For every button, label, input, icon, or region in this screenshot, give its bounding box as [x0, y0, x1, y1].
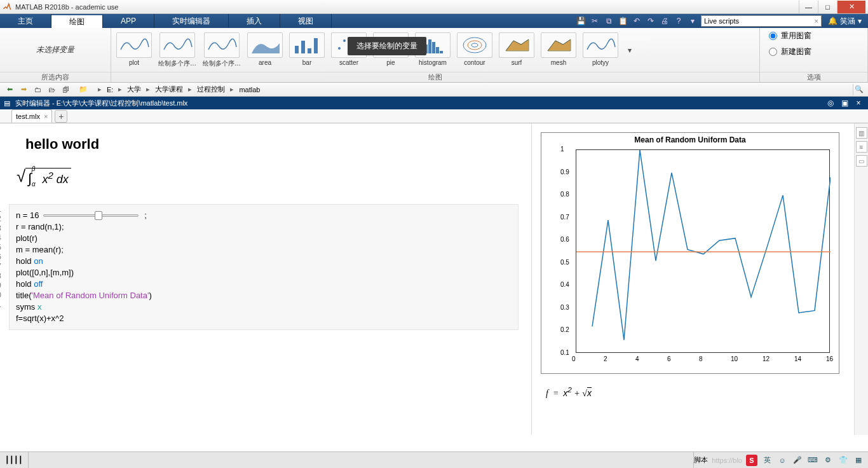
toolstrip: 未选择变量 所选内容 plot绘制多个序…绘制多个序…areabarscatte… — [0, 28, 868, 83]
crumb-3[interactable]: 过程控制 — [196, 85, 226, 94]
dock-close-icon[interactable]: × — [853, 97, 864, 109]
options-group: 重用图窗 新建图窗 选项 — [760, 28, 868, 82]
dropdown-icon[interactable]: ▾ — [687, 15, 698, 27]
user-menu[interactable]: 🔔 笑涵 ▾ — [824, 16, 865, 27]
status-smiley-icon[interactable]: ☺ — [776, 455, 788, 466]
plot-thumb-3[interactable]: area — [247, 32, 283, 66]
nav-recent-icon[interactable]: 🗐 — [60, 84, 71, 95]
svg-point-6 — [348, 45, 351, 47]
editor-body: hello world ∫αβ x2 dx √ 1234567891011 n … — [0, 123, 868, 435]
nav-forward-button[interactable]: ➡ — [18, 84, 29, 95]
tab-insert[interactable]: 插入 — [229, 14, 280, 28]
crumb-2[interactable]: 大学课程 — [154, 85, 184, 94]
busy-indicator: ┃┃┃┃ — [0, 452, 29, 468]
plot-thumb-9[interactable]: surf — [499, 32, 534, 66]
plot-thumb-5[interactable]: scatter — [331, 32, 367, 66]
nav-back-button[interactable]: ⬅ — [4, 84, 15, 95]
svg-rect-0 — [295, 46, 299, 53]
plot-thumb-1[interactable]: 绘制多个序… — [158, 32, 196, 68]
plot-thumb-4[interactable]: bar — [289, 32, 325, 66]
svg-rect-10 — [421, 50, 424, 53]
status-script-label: 脚本 — [694, 455, 708, 465]
copy-icon[interactable]: ⧉ — [603, 15, 614, 27]
new-figure-label: 新建图窗 — [781, 46, 811, 57]
redo-icon[interactable]: ↷ — [645, 15, 656, 27]
status-keyboard-icon[interactable]: ⌨ — [807, 455, 818, 466]
plot-thumb-2[interactable]: 绘制多个序… — [203, 32, 241, 68]
new-figure-radio[interactable]: 新建图窗 — [769, 46, 811, 57]
print-icon[interactable]: 🖨 — [659, 15, 670, 27]
plot-thumb-8[interactable]: contour — [457, 32, 492, 66]
tab-home[interactable]: 主页 — [0, 14, 51, 28]
save-icon[interactable]: 💾 — [575, 15, 587, 27]
nav-browse-icon[interactable]: 🗁 — [46, 84, 57, 95]
dock-layout-icon[interactable]: ▣ — [839, 97, 850, 109]
titlebar: MATLAB R2018b - academic use — □ ✕ — [0, 0, 868, 14]
code-l10a: syms — [16, 302, 37, 312]
plot-thumb-0[interactable]: plot — [116, 32, 152, 66]
view-output-inline-icon[interactable]: ≡ — [856, 141, 867, 153]
doc-search-text: Live scripts — [704, 17, 739, 25]
crumb-1[interactable]: 大学 — [126, 85, 142, 94]
cut-icon[interactable]: ✂ — [589, 15, 600, 27]
doc-search-box[interactable]: Live scripts × — [701, 15, 822, 27]
window-title: MATLAB R2018b - academic use — [15, 3, 118, 11]
tab-plots[interactable]: 绘图 — [51, 14, 103, 28]
maximize-button[interactable]: □ — [818, 1, 837, 13]
close-button[interactable]: ✕ — [837, 1, 865, 13]
view-output-hide-icon[interactable]: ▭ — [856, 155, 867, 167]
watermark-text: https://blo — [712, 457, 742, 464]
new-file-tab-button[interactable]: + — [55, 110, 67, 123]
output-figure[interactable]: Mean of Random Uniform Data 024681012141… — [541, 132, 839, 374]
file-tab-close-icon[interactable]: × — [44, 113, 48, 120]
status-gear-icon[interactable]: ⚙ — [822, 455, 834, 466]
plot-thumb-11[interactable]: plotyy — [583, 32, 618, 66]
nav-up-icon[interactable]: 🗀 — [32, 84, 43, 95]
paste-icon[interactable]: 📋 — [617, 15, 628, 27]
undo-icon[interactable]: ↶ — [631, 15, 642, 27]
help-icon[interactable]: ? — [673, 15, 684, 27]
code-block[interactable]: n = 16 ; r = rand(n,1); plot(r) m = mean… — [9, 204, 519, 330]
plot-thumb-6[interactable]: pie — [373, 32, 409, 66]
equation-display[interactable]: ∫αβ x2 dx √ — [25, 168, 519, 189]
code-l9c: ) — [149, 291, 151, 300]
svg-point-8 — [357, 48, 360, 51]
folder-icon[interactable]: 📁 — [78, 84, 89, 95]
main-toolstrip-tabs: 主页 绘图 APP 实时编辑器 插入 视图 💾 ✂ ⧉ 📋 ↶ ↷ 🖨 ? ▾ … — [0, 14, 868, 28]
code-l1c: ; — [142, 210, 147, 220]
status-grid-icon[interactable]: ▦ — [853, 455, 864, 466]
svg-rect-13 — [432, 42, 435, 53]
tab-live-editor[interactable]: 实时编辑器 — [154, 14, 229, 28]
tab-view[interactable]: 视图 — [280, 14, 332, 28]
plot-thumb-7[interactable]: histogram — [415, 32, 451, 66]
reuse-figure-radio[interactable]: 重用图窗 — [769, 31, 811, 41]
crumb-4[interactable]: matlab — [238, 86, 261, 93]
code-l7: plot([0,n],[m,m]) — [16, 267, 512, 279]
gallery-expand-button[interactable]: ▾ — [625, 46, 635, 55]
status-shirt-icon[interactable]: 👕 — [837, 455, 849, 466]
svg-rect-2 — [308, 48, 311, 53]
heading[interactable]: hello world — [25, 136, 519, 153]
n-slider[interactable] — [43, 214, 139, 217]
code-l6b: on — [34, 256, 43, 266]
no-variable-selected-label: 未选择变量 — [0, 28, 111, 72]
code-pane[interactable]: hello world ∫αβ x2 dx √ 1234567891011 n … — [0, 123, 531, 435]
reuse-figure-label: 重用图窗 — [781, 31, 811, 41]
status-mic-icon[interactable]: 🎤 — [792, 455, 803, 466]
file-tab-test[interactable]: test.mlx × — [11, 109, 52, 123]
dock-target-icon[interactable]: ◎ — [825, 97, 836, 109]
minimize-button[interactable]: — — [799, 1, 818, 13]
view-output-right-icon[interactable]: ▥ — [856, 127, 867, 139]
address-search-icon[interactable]: 🔍 — [853, 84, 864, 95]
code-l9a: title( — [16, 291, 32, 300]
svg-point-7 — [353, 38, 356, 41]
code-l11: f=sqrt(x)+x^2 — [16, 313, 512, 324]
tab-apps[interactable]: APP — [103, 14, 154, 28]
code-l6a: hold — [16, 256, 34, 266]
ime-lang[interactable]: 英 — [761, 455, 773, 466]
plot-thumb-10[interactable]: mesh — [541, 32, 576, 66]
svg-point-18 — [471, 43, 478, 47]
crumb-drive[interactable]: E: — [105, 86, 114, 93]
ime-icon[interactable]: S — [746, 455, 757, 466]
doc-search-clear-icon[interactable]: × — [815, 17, 818, 25]
